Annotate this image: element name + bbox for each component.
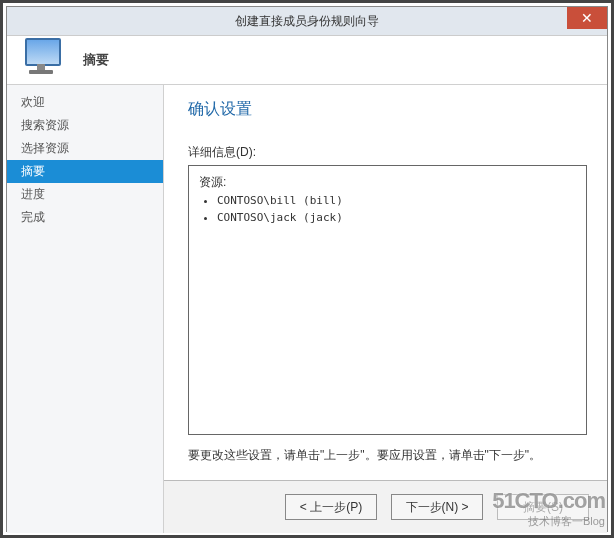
sidebar-item-progress[interactable]: 进度: [7, 183, 163, 206]
resource-item: CONTOSO\bill (bill): [217, 193, 576, 210]
header-title: 摘要: [83, 51, 109, 69]
summary-button: 摘要(S): [497, 494, 589, 520]
content-heading: 确认设置: [188, 99, 587, 120]
resource-item: CONTOSO\jack (jack): [217, 210, 576, 227]
wizard-sidebar: 欢迎 搜索资源 选择资源 摘要 进度 完成: [7, 85, 164, 533]
details-label: 详细信息(D):: [188, 144, 587, 161]
sidebar-item-select[interactable]: 选择资源: [7, 137, 163, 160]
next-button[interactable]: 下一步(N) >: [391, 494, 483, 520]
sidebar-item-welcome[interactable]: 欢迎: [7, 91, 163, 114]
button-bar: < 上一步(P) 下一步(N) > 摘要(S): [164, 480, 607, 533]
window-title: 创建直接成员身份规则向导: [235, 13, 379, 30]
sidebar-item-search[interactable]: 搜索资源: [7, 114, 163, 137]
close-button[interactable]: ✕: [567, 7, 607, 29]
details-box[interactable]: 资源: CONTOSO\bill (bill) CONTOSO\jack (ja…: [188, 165, 587, 435]
wizard-content: 确认设置 详细信息(D): 资源: CONTOSO\bill (bill) CO…: [164, 85, 607, 533]
wizard-header: 摘要: [7, 36, 607, 85]
title-bar: 创建直接成员身份规则向导 ✕: [7, 7, 607, 36]
close-icon: ✕: [581, 10, 593, 26]
sidebar-item-summary[interactable]: 摘要: [7, 160, 163, 183]
computer-icon: [19, 38, 67, 82]
details-caption: 资源:: [199, 174, 576, 191]
sidebar-item-complete[interactable]: 完成: [7, 206, 163, 229]
instruction-text: 要更改这些设置，请单击"上一步"。要应用设置，请单击"下一步"。: [188, 447, 587, 464]
resource-list: CONTOSO\bill (bill) CONTOSO\jack (jack): [217, 193, 576, 226]
previous-button[interactable]: < 上一步(P): [285, 494, 377, 520]
